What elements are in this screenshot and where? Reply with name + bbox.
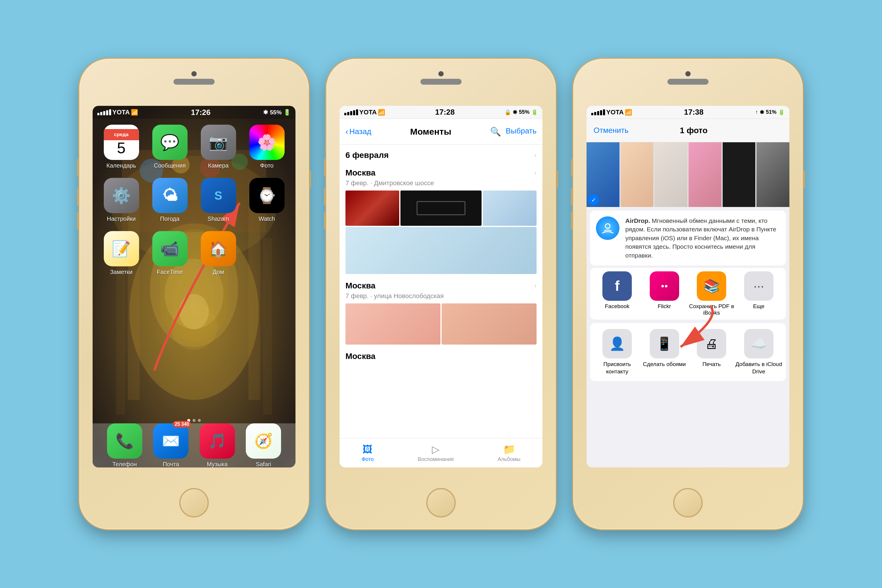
dock-phone[interactable]: 📞 Телефон bbox=[107, 423, 142, 468]
mute-button-1[interactable] bbox=[77, 159, 80, 176]
search-button-2[interactable]: 🔍 bbox=[490, 126, 501, 137]
icloud-icon[interactable]: ☁️ bbox=[744, 329, 774, 358]
tab-photos-label: Фото bbox=[362, 456, 374, 462]
camera-icon[interactable]: 📷 bbox=[201, 124, 236, 160]
volume-up-3[interactable] bbox=[571, 188, 573, 206]
photo-thumb-2[interactable] bbox=[400, 190, 481, 226]
photo-thumb-3[interactable] bbox=[483, 190, 537, 226]
time-2: 17:28 bbox=[435, 108, 455, 117]
strip-photo-5[interactable] bbox=[723, 142, 756, 207]
photo-thumb-4[interactable] bbox=[345, 227, 537, 274]
volume-down-3[interactable] bbox=[571, 212, 573, 230]
strip-photo-3[interactable] bbox=[654, 142, 687, 207]
photo-thumb-6[interactable] bbox=[442, 303, 537, 345]
watch-label: Watch bbox=[259, 216, 275, 222]
power-button-2[interactable] bbox=[556, 171, 558, 188]
strip-photo-6[interactable] bbox=[756, 142, 789, 207]
mail-label: Почта bbox=[163, 461, 179, 468]
volume-up-2[interactable] bbox=[324, 188, 326, 206]
tab-photos[interactable]: 🖼 Фото bbox=[362, 444, 374, 462]
phone-3: YOTA 📶 17:38 ↑ ✱ 51% 🔋 Отменить 1 фото bbox=[573, 59, 802, 529]
wifi-icon-1: 📶 bbox=[131, 109, 138, 116]
share-more[interactable]: ··· Еще bbox=[735, 272, 783, 316]
power-button-3[interactable] bbox=[802, 171, 805, 188]
action-icloud[interactable]: ☁️ Добавить в iCloud Drive bbox=[735, 329, 783, 375]
flickr-label: Flickr bbox=[658, 303, 671, 310]
strip-photo-2[interactable] bbox=[621, 142, 654, 207]
app-facetime[interactable]: 📹 FaceTime bbox=[150, 231, 190, 276]
home-button-1[interactable] bbox=[179, 488, 209, 518]
shazam-icon[interactable]: S bbox=[201, 178, 236, 213]
dock-music[interactable]: 🎵 Музыка bbox=[200, 423, 235, 468]
phone-label: Телефон bbox=[112, 461, 137, 468]
photo-thumb-5[interactable] bbox=[345, 303, 440, 345]
books-icon[interactable]: 📚 bbox=[697, 272, 726, 301]
nav-title-2: Моменты bbox=[410, 127, 451, 137]
battery-icon-3: 🔋 bbox=[778, 109, 784, 116]
home-button-3[interactable] bbox=[673, 488, 703, 518]
action-print[interactable]: 🖨 Печать bbox=[688, 329, 735, 375]
mute-button-3[interactable] bbox=[571, 159, 573, 176]
action-contact[interactable]: 👤 Присвоить контакту bbox=[594, 329, 641, 375]
notes-icon[interactable]: 📝 bbox=[104, 231, 139, 266]
select-button-2[interactable]: Выбрать bbox=[506, 126, 537, 137]
location-city-2: Москва bbox=[345, 281, 375, 291]
strip-photo-1[interactable]: ✓ bbox=[586, 142, 620, 207]
watch-icon[interactable]: ⌚ bbox=[249, 178, 285, 213]
app-notes[interactable]: 📝 Заметки bbox=[101, 231, 141, 276]
flickr-icon[interactable]: ●● bbox=[650, 272, 679, 301]
more-icon[interactable]: ··· bbox=[744, 272, 774, 301]
photo-thumb-1[interactable] bbox=[345, 190, 399, 226]
messages-icon[interactable]: 💬 bbox=[152, 124, 188, 160]
tab-memories[interactable]: ▷ Воспоминания bbox=[417, 443, 454, 462]
calendar-icon[interactable]: среда 5 bbox=[104, 124, 139, 160]
safari-icon[interactable]: 🧭 bbox=[246, 423, 281, 459]
facetime-icon[interactable]: 📹 bbox=[152, 231, 188, 266]
phone-icon[interactable]: 📞 bbox=[107, 423, 142, 459]
home-app-icon[interactable]: 🏠 bbox=[201, 231, 236, 266]
cancel-button-3[interactable]: Отменить bbox=[594, 126, 628, 135]
tab-albums[interactable]: 📁 Альбомы bbox=[498, 443, 520, 462]
app-messages[interactable]: 💬 Сообщения bbox=[150, 124, 190, 169]
tab-memories-label: Воспоминания bbox=[417, 456, 454, 462]
messages-label: Сообщения bbox=[154, 162, 186, 169]
photo-row-2 bbox=[340, 227, 542, 275]
location-sub-2: 7 февр. · улица Новослободская bbox=[340, 291, 542, 303]
status-right-3: ↑ ✱ 51% 🔋 bbox=[755, 109, 784, 116]
volume-down-2[interactable] bbox=[324, 212, 326, 230]
app-watch[interactable]: ⌚ Watch bbox=[247, 178, 286, 222]
weather-icon[interactable]: 🌤 bbox=[152, 178, 188, 213]
mail-icon[interactable]: ✉️ 25 340 bbox=[153, 423, 189, 459]
power-button-1[interactable] bbox=[309, 171, 311, 188]
dock-safari[interactable]: 🧭 Safari bbox=[246, 423, 281, 468]
app-camera[interactable]: 📷 Камера bbox=[198, 124, 238, 169]
app-calendar[interactable]: среда 5 Календарь bbox=[101, 124, 141, 169]
back-button-2[interactable]: ‹ Назад bbox=[345, 127, 371, 136]
mute-button-2[interactable] bbox=[324, 159, 326, 176]
strip-photo-4[interactable] bbox=[688, 142, 722, 207]
contact-icon[interactable]: 👤 bbox=[602, 329, 632, 358]
print-icon[interactable]: 🖨 bbox=[697, 329, 726, 358]
share-facebook[interactable]: f Facebook bbox=[594, 272, 641, 316]
app-home[interactable]: 🏠 Дом bbox=[198, 231, 238, 276]
bt-2: ✱ bbox=[513, 109, 517, 116]
wallpaper-icon[interactable]: 📱 bbox=[650, 329, 679, 358]
dock-mail[interactable]: ✉️ 25 340 Почта bbox=[153, 423, 189, 468]
volume-down-1[interactable] bbox=[77, 212, 80, 230]
status-right-1: ✱ 55% 🔋 bbox=[263, 109, 291, 116]
action-wallpaper[interactable]: 📱 Сделать обоями bbox=[641, 329, 688, 375]
share-books[interactable]: 📚 Сохранить PDF в iBooks bbox=[688, 272, 735, 316]
volume-up-1[interactable] bbox=[77, 188, 80, 206]
app-shazam[interactable]: S Shazam bbox=[198, 178, 238, 222]
battery-1: 55% bbox=[270, 109, 282, 116]
facebook-icon[interactable]: f bbox=[602, 272, 632, 301]
settings-icon[interactable]: ⚙️ bbox=[104, 178, 139, 213]
app-weather[interactable]: 🌤 Погода bbox=[150, 178, 190, 222]
photos-icon[interactable]: 🌸 bbox=[249, 124, 285, 160]
share-flickr[interactable]: ●● Flickr bbox=[641, 272, 688, 316]
home-button-2[interactable] bbox=[426, 488, 456, 518]
app-settings[interactable]: ⚙️ Настройки bbox=[101, 178, 141, 222]
time-1: 17:26 bbox=[191, 108, 210, 117]
app-photos[interactable]: 🌸 Фото bbox=[247, 124, 286, 169]
music-icon[interactable]: 🎵 bbox=[200, 423, 235, 459]
